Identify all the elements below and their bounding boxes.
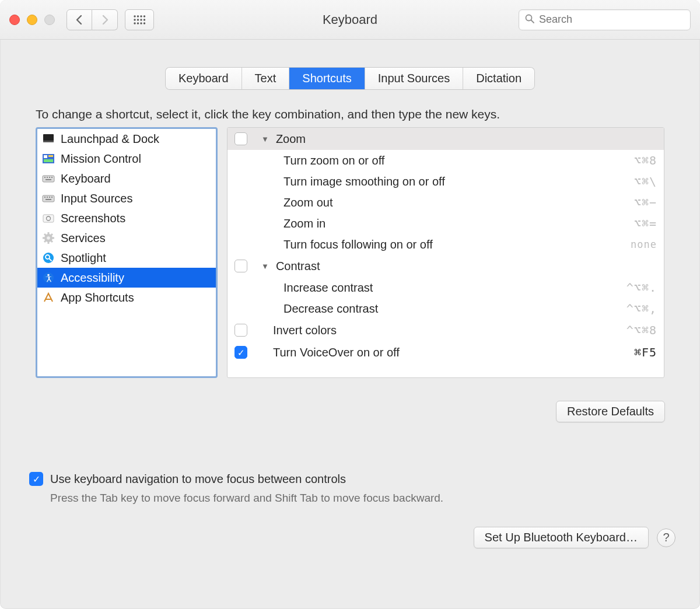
pane-body: Keyboard Text Shortcuts Input Sources Di… — [0, 40, 700, 609]
svg-point-35 — [47, 236, 50, 240]
toolbar: Keyboard — [0, 0, 700, 40]
svg-rect-20 — [43, 176, 54, 182]
disclosure-triangle-icon[interactable]: ▼ — [261, 135, 269, 144]
svg-line-42 — [51, 234, 52, 236]
svg-line-43 — [44, 240, 46, 242]
svg-point-9 — [137, 22, 139, 24]
svg-rect-15 — [43, 141, 54, 142]
svg-rect-27 — [44, 197, 46, 198]
sidebar-item-mission-control[interactable]: Mission Control — [37, 149, 216, 169]
sidebar-item-app-shortcuts[interactable]: App Shortcuts — [37, 288, 216, 307]
shortcut-group-contrast[interactable]: ▼ Contrast — [228, 255, 664, 277]
shortcut-category-list[interactable]: Launchpad & Dock Mission Control Keyboar… — [36, 127, 218, 378]
svg-line-13 — [531, 20, 534, 23]
svg-rect-19 — [44, 159, 53, 162]
sidebar-item-label: Input Sources — [61, 192, 132, 205]
keyboard-icon — [42, 172, 55, 185]
svg-point-7 — [144, 19, 145, 20]
disclosure-triangle-icon[interactable]: ▼ — [261, 262, 269, 271]
svg-rect-17 — [44, 155, 47, 158]
tab-text[interactable]: Text — [242, 68, 290, 89]
svg-rect-28 — [47, 197, 48, 198]
shortcut-row[interactable]: Increase contrast^⌥⌘. — [228, 277, 664, 298]
nav-back-forward — [66, 9, 118, 30]
svg-rect-26 — [43, 195, 54, 202]
svg-point-1 — [137, 15, 139, 17]
search-icon — [525, 14, 534, 26]
tabs: Keyboard Text Shortcuts Input Sources Di… — [0, 68, 700, 89]
search-field[interactable] — [519, 9, 691, 30]
sidebar-item-launchpad-dock[interactable]: Launchpad & Dock — [37, 129, 216, 149]
svg-point-5 — [137, 19, 139, 20]
svg-point-8 — [134, 22, 135, 24]
sidebar-item-keyboard[interactable]: Keyboard — [37, 169, 216, 188]
svg-rect-29 — [49, 197, 50, 198]
shortcut-row[interactable]: Turn image smoothing on or off⌥⌘\ — [228, 171, 664, 192]
shortcut-row-voiceover[interactable]: Turn VoiceOver on or off ⌘F5 — [228, 341, 664, 363]
sidebar-item-label: Services — [61, 232, 106, 245]
instruction-text: To change a shortcut, select it, click t… — [36, 107, 664, 121]
contrast-group-checkbox[interactable] — [235, 260, 247, 272]
svg-point-44 — [43, 253, 54, 263]
svg-rect-22 — [47, 177, 48, 178]
tab-shortcuts[interactable]: Shortcuts — [289, 68, 365, 89]
sidebar-item-label: Spotlight — [61, 251, 106, 265]
tab-keyboard[interactable]: Keyboard — [166, 68, 242, 89]
setup-bluetooth-keyboard-button[interactable]: Set Up Bluetooth Keyboard… — [474, 527, 649, 548]
back-button[interactable] — [66, 9, 92, 30]
help-button[interactable]: ? — [657, 528, 676, 547]
svg-rect-23 — [49, 177, 50, 178]
keyboard-nav-label: Use keyboard navigation to move focus be… — [50, 473, 346, 486]
show-all-prefs-button[interactable] — [125, 9, 154, 30]
minimize-window-button[interactable] — [27, 15, 37, 25]
svg-point-48 — [47, 274, 50, 276]
svg-point-4 — [134, 19, 135, 20]
shortcut-row-invert-colors[interactable]: Invert colors ^⌥⌘8 — [228, 319, 664, 341]
system-prefs-window: Keyboard Keyboard Text Shortcuts Input S… — [0, 0, 700, 609]
shortcut-group-zoom[interactable]: ▼ Zoom — [228, 128, 664, 150]
sidebar-item-label: Launchpad & Dock — [61, 132, 159, 146]
svg-rect-24 — [51, 177, 52, 178]
svg-rect-18 — [48, 155, 53, 157]
svg-point-11 — [144, 22, 145, 24]
sidebar-item-spotlight[interactable]: Spotlight — [37, 248, 216, 268]
group-title: Contrast — [276, 260, 320, 273]
shortcut-row[interactable]: Zoom in⌥⌘= — [228, 213, 664, 234]
zoom-window-button[interactable] — [44, 15, 55, 25]
svg-rect-30 — [51, 197, 52, 198]
restore-defaults-button[interactable]: Restore Defaults — [556, 401, 665, 422]
shortcut-list[interactable]: ▼ Zoom Turn zoom on or off⌥⌘8 Turn image… — [227, 127, 664, 378]
forward-button[interactable] — [92, 9, 118, 30]
sidebar-item-services[interactable]: Services — [37, 228, 216, 248]
sidebar-item-label: Accessibility — [61, 271, 124, 285]
input-sources-icon — [42, 192, 55, 205]
svg-rect-32 — [43, 215, 54, 222]
sidebar-item-input-sources[interactable]: Input Sources — [37, 188, 216, 208]
sidebar-item-label: Keyboard — [61, 172, 111, 186]
sidebar-item-screenshots[interactable]: Screenshots — [37, 208, 216, 228]
shortcut-row[interactable]: Turn zoom on or off⌥⌘8 — [228, 150, 664, 171]
invert-colors-checkbox[interactable] — [235, 324, 247, 337]
keyboard-nav-checkbox[interactable] — [29, 472, 43, 486]
tab-input-sources[interactable]: Input Sources — [365, 68, 463, 89]
close-window-button[interactable] — [9, 15, 20, 25]
svg-rect-21 — [44, 177, 46, 178]
sidebar-item-label: App Shortcuts — [61, 291, 134, 304]
svg-point-0 — [134, 15, 135, 17]
shortcut-row[interactable]: Decrease contrast^⌥⌘, — [228, 298, 664, 319]
shortcut-row[interactable]: Zoom out⌥⌘− — [228, 192, 664, 213]
svg-point-10 — [140, 22, 142, 24]
zoom-group-checkbox[interactable] — [235, 132, 247, 145]
shortcuts-panel: To change a shortcut, select it, click t… — [22, 89, 678, 384]
svg-line-41 — [51, 240, 52, 242]
tab-dictation[interactable]: Dictation — [463, 68, 534, 89]
search-input[interactable] — [538, 13, 684, 26]
keyboard-nav-section: Use keyboard navigation to move focus be… — [29, 472, 665, 505]
sidebar-item-accessibility[interactable]: Accessibility — [37, 268, 216, 288]
group-title: Zoom — [276, 132, 306, 146]
window-controls — [9, 15, 55, 25]
shortcut-row[interactable]: Turn focus following on or offnone — [228, 234, 664, 255]
sidebar-item-label: Mission Control — [61, 152, 141, 166]
services-icon — [42, 232, 55, 244]
voiceover-checkbox[interactable] — [235, 346, 247, 359]
